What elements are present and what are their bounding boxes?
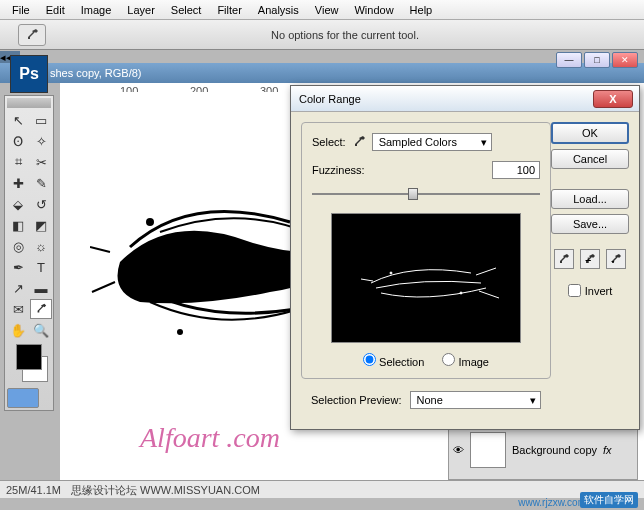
status-credit: 思缘设计论坛 WWW.MISSYUAN.COM xyxy=(71,484,260,496)
slice-tool[interactable]: ✂ xyxy=(30,152,52,172)
toolbox-grip[interactable] xyxy=(7,98,51,108)
tool-preset-eyedropper[interactable] xyxy=(18,24,46,46)
options-message: No options for the current tool. xyxy=(46,29,644,41)
wand-tool[interactable]: ✧ xyxy=(30,131,52,151)
dialog-title-text: Color Range xyxy=(299,93,361,105)
signature-text: Alfoart .com xyxy=(140,422,280,454)
pen-tool[interactable]: ✒ xyxy=(7,257,29,277)
zoom-tool[interactable]: 🔍 xyxy=(30,320,52,340)
menu-image[interactable]: Image xyxy=(73,2,120,18)
invert-label: Invert xyxy=(585,285,613,297)
window-close[interactable]: ✕ xyxy=(612,52,638,68)
save-button[interactable]: Save... xyxy=(551,214,629,234)
gradient-tool[interactable]: ◩ xyxy=(30,215,52,235)
svg-point-5 xyxy=(460,292,462,294)
history-brush-tool[interactable]: ↺ xyxy=(30,194,52,214)
eyedropper-tool[interactable] xyxy=(30,299,52,319)
menu-file[interactable]: File xyxy=(4,2,38,18)
svg-text:+: + xyxy=(585,254,591,265)
crop-tool[interactable]: ⌗ xyxy=(7,152,29,172)
svg-point-4 xyxy=(390,272,392,274)
marquee-tool[interactable]: ▭ xyxy=(30,110,52,130)
shape-tool[interactable]: ▬ xyxy=(30,278,52,298)
layer-fx-badge[interactable]: fx xyxy=(603,444,612,456)
toolbox: ↖ ▭ ʘ ✧ ⌗ ✂ ✚ ✎ ⬙ ↺ ◧ ◩ ◎ ☼ ✒ T ↗ ▬ ✉ ✋ … xyxy=(4,95,54,411)
watermark-url: www.rjzxw.com xyxy=(518,497,586,508)
document-titlebar: shes copy, RGB/8) xyxy=(0,63,644,83)
layer-name[interactable]: Background copy xyxy=(512,444,597,456)
select-label: Select: xyxy=(312,136,346,148)
ok-button[interactable]: OK xyxy=(551,122,629,144)
lasso-tool[interactable]: ʘ xyxy=(7,131,29,151)
sample-eyedropper[interactable] xyxy=(554,249,574,269)
layer-thumbnail[interactable] xyxy=(470,432,506,468)
svg-point-3 xyxy=(177,329,183,335)
menu-window[interactable]: Window xyxy=(346,2,401,18)
dialog-titlebar[interactable]: Color Range X xyxy=(291,86,639,112)
notes-tool[interactable]: ✉ xyxy=(7,299,29,319)
path-tool[interactable]: ↗ xyxy=(7,278,29,298)
blur-tool[interactable]: ◎ xyxy=(7,236,29,256)
invert-checkbox[interactable] xyxy=(568,284,581,297)
menu-edit[interactable]: Edit xyxy=(38,2,73,18)
foreground-swatch[interactable] xyxy=(16,344,42,370)
dialog-close-button[interactable]: X xyxy=(593,90,633,108)
document-title-text: shes copy, RGB/8) xyxy=(50,67,142,79)
screen-mode-button[interactable] xyxy=(7,388,39,408)
menu-layer[interactable]: Layer xyxy=(119,2,163,18)
heal-tool[interactable]: ✚ xyxy=(7,173,29,193)
select-dropdown[interactable]: Sampled Colors xyxy=(372,133,492,151)
stamp-tool[interactable]: ⬙ xyxy=(7,194,29,214)
fuzziness-slider[interactable] xyxy=(312,185,540,203)
move-tool[interactable]: ↖ xyxy=(7,110,29,130)
load-button[interactable]: Load... xyxy=(551,189,629,209)
eraser-tool[interactable]: ◧ xyxy=(7,215,29,235)
svg-text:-: - xyxy=(611,254,615,265)
fuzziness-input[interactable] xyxy=(492,161,540,179)
menu-analysis[interactable]: Analysis xyxy=(250,2,307,18)
cancel-button[interactable]: Cancel xyxy=(551,149,629,169)
color-range-dialog: Color Range X Select: Sampled Colors Fuz… xyxy=(290,85,640,430)
type-tool[interactable]: T xyxy=(30,257,52,277)
radio-image[interactable]: Image xyxy=(442,353,489,368)
selection-preview-label: Selection Preview: xyxy=(311,394,402,406)
status-bar: 25M/41.1M 思缘设计论坛 WWW.MISSYUAN.COM xyxy=(0,480,644,498)
color-swatches[interactable] xyxy=(7,344,51,382)
menu-select[interactable]: Select xyxy=(163,2,210,18)
select-fieldset: Select: Sampled Colors Fuzziness: xyxy=(301,122,551,379)
options-bar: No options for the current tool. xyxy=(0,20,644,50)
menu-bar: File Edit Image Layer Select Filter Anal… xyxy=(0,0,644,20)
selection-preview-image[interactable] xyxy=(331,213,521,343)
ps-app-icon: Ps xyxy=(10,55,48,93)
window-maximize[interactable]: □ xyxy=(584,52,610,68)
sub-eyedropper[interactable]: - xyxy=(606,249,626,269)
add-eyedropper[interactable]: + xyxy=(580,249,600,269)
menu-view[interactable]: View xyxy=(307,2,347,18)
watermark-brand: 软件自学网 xyxy=(580,492,638,508)
menu-help[interactable]: Help xyxy=(402,2,441,18)
menu-filter[interactable]: Filter xyxy=(209,2,249,18)
window-minimize[interactable]: — xyxy=(556,52,582,68)
status-zoom: 25M/41.1M xyxy=(6,484,61,496)
visibility-eye-icon[interactable]: 👁 xyxy=(453,444,464,456)
window-controls: — □ ✕ xyxy=(556,52,638,68)
fuzziness-label: Fuzziness: xyxy=(312,164,365,176)
hand-tool[interactable]: ✋ xyxy=(7,320,29,340)
dodge-tool[interactable]: ☼ xyxy=(30,236,52,256)
eyedropper-icon xyxy=(352,135,366,149)
radio-selection[interactable]: Selection xyxy=(363,353,424,368)
brush-tool[interactable]: ✎ xyxy=(30,173,52,193)
svg-point-0 xyxy=(146,218,154,226)
selection-preview-dropdown[interactable]: None xyxy=(410,391,542,409)
